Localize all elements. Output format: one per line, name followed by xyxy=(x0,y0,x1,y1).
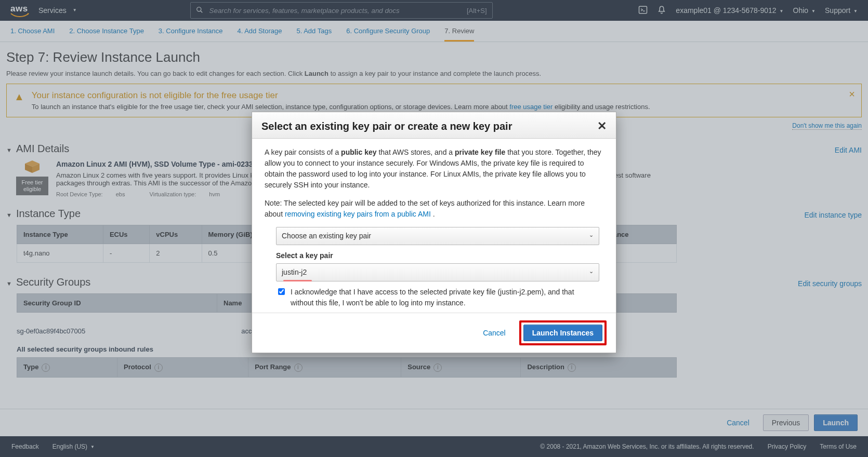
annotation-highlight: Launch Instances xyxy=(519,320,607,345)
key-pair-modal: Select an existing key pair or create a … xyxy=(252,112,616,353)
modal-cancel-button[interactable]: Cancel xyxy=(475,320,514,345)
modal-paragraph-2: Note: The selected key pair will be adde… xyxy=(265,198,603,220)
chevron-down-icon: ⌄ xyxy=(589,267,594,278)
key-pair-mode-dropdown[interactable]: Choose an existing key pair⌄ xyxy=(276,227,599,245)
acknowledge-checkbox[interactable] xyxy=(278,288,285,295)
remove-keys-link[interactable]: removing existing key pairs from a publi… xyxy=(285,210,431,218)
modal-title: Select an existing key pair or create a … xyxy=(261,120,597,132)
annotation-underline xyxy=(283,280,312,281)
launch-instances-button[interactable]: Launch Instances xyxy=(523,325,602,341)
acknowledge-checkbox-row[interactable]: I acknowledge that I have access to the … xyxy=(276,287,592,308)
acknowledge-text: I acknowledge that I have access to the … xyxy=(291,287,592,308)
chevron-down-icon: ⌄ xyxy=(589,231,594,241)
modal-overlay: Select an existing key pair or create a … xyxy=(0,0,868,457)
key-pair-dropdown[interactable]: justin-j2⌄ xyxy=(276,263,599,281)
modal-close-icon[interactable]: ✕ xyxy=(597,119,607,133)
select-key-pair-label: Select a key pair xyxy=(276,250,592,261)
modal-paragraph-1: A key pair consists of a public key that… xyxy=(265,147,603,191)
